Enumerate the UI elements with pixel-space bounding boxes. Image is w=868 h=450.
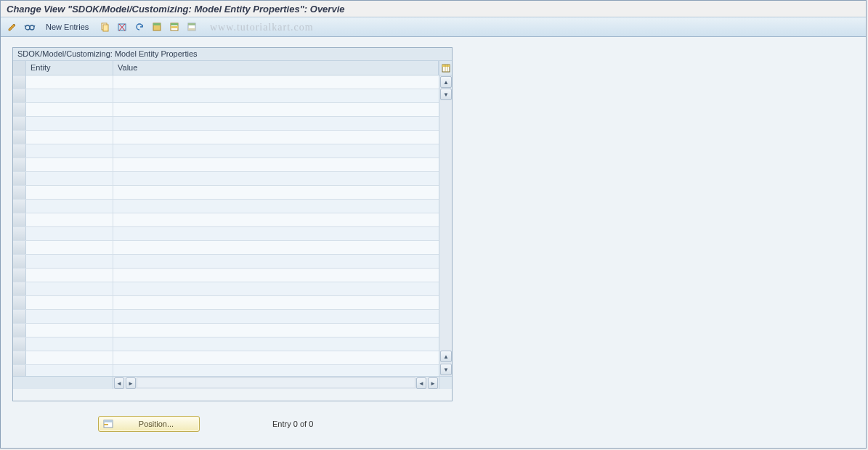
cell-entity[interactable]	[26, 338, 113, 351]
select-all-button[interactable]	[150, 20, 164, 34]
row-selector[interactable]	[13, 324, 26, 337]
scroll-page-up-button[interactable]: ▼	[440, 89, 452, 100]
row-selector[interactable]	[13, 310, 26, 323]
row-selector-header[interactable]	[13, 61, 26, 75]
cell-entity[interactable]	[26, 365, 113, 376]
svg-rect-8	[171, 23, 178, 25]
cell-value[interactable]	[113, 227, 439, 240]
cell-entity[interactable]	[26, 172, 113, 185]
select-block-button[interactable]	[167, 20, 182, 34]
copy-button[interactable]	[97, 20, 112, 34]
cell-value[interactable]	[113, 144, 439, 158]
hscroll-track[interactable]	[137, 377, 415, 388]
cell-entity[interactable]	[26, 103, 113, 116]
row-selector[interactable]	[13, 117, 26, 130]
scroll-page-down-button[interactable]: ▲	[440, 351, 452, 362]
cell-value[interactable]	[113, 200, 439, 213]
cell-entity[interactable]	[26, 117, 113, 130]
row-selector[interactable]	[13, 351, 26, 364]
panel-title: SDOK/Model/Customizing: Model Entity Pro…	[13, 48, 452, 61]
row-selector[interactable]	[13, 255, 26, 268]
table-row	[13, 103, 439, 117]
deselect-all-button[interactable]	[184, 20, 199, 34]
cell-value[interactable]	[113, 324, 439, 337]
other-view-button[interactable]	[5, 20, 20, 34]
cell-value[interactable]	[113, 269, 439, 282]
column-header-entity[interactable]: Entity	[26, 61, 113, 75]
cell-value[interactable]	[113, 296, 439, 309]
cell-value[interactable]	[113, 117, 439, 130]
cell-value[interactable]	[113, 255, 439, 268]
cell-entity[interactable]	[26, 324, 113, 337]
cell-entity[interactable]	[26, 227, 113, 240]
cell-entity[interactable]	[26, 89, 113, 102]
cell-entity[interactable]	[26, 75, 113, 89]
cell-entity[interactable]	[26, 200, 113, 213]
cell-entity[interactable]	[26, 186, 113, 199]
table-settings-button[interactable]	[439, 61, 452, 75]
cell-entity[interactable]	[26, 158, 113, 171]
cell-entity[interactable]	[26, 131, 113, 144]
cell-value[interactable]	[113, 310, 439, 323]
cell-value[interactable]	[113, 338, 439, 351]
cell-entity[interactable]	[26, 255, 113, 268]
vertical-scrollbar[interactable]: ▲ ▼ ▲ ▼	[439, 75, 452, 376]
table-row	[13, 131, 439, 144]
row-selector[interactable]	[13, 172, 26, 185]
row-selector[interactable]	[13, 75, 26, 89]
cell-value[interactable]	[113, 282, 439, 295]
row-selector[interactable]	[13, 200, 26, 213]
cell-entity[interactable]	[26, 310, 113, 323]
cell-entity[interactable]	[26, 351, 113, 364]
cell-entity[interactable]	[26, 269, 113, 282]
row-selector[interactable]	[13, 282, 26, 295]
column-header-value[interactable]: Value	[113, 61, 439, 75]
row-selector[interactable]	[13, 365, 26, 376]
row-selector[interactable]	[13, 227, 26, 240]
row-selector[interactable]	[13, 89, 26, 102]
delete-button[interactable]	[115, 20, 129, 34]
table-panel: SDOK/Model/Customizing: Model Entity Pro…	[12, 47, 453, 401]
scroll-right-button[interactable]: ►	[428, 377, 438, 389]
cell-value[interactable]	[113, 103, 439, 116]
cell-value[interactable]	[113, 131, 439, 144]
row-selector[interactable]	[13, 213, 26, 226]
svg-rect-12	[188, 28, 195, 30]
cell-value[interactable]	[113, 365, 439, 376]
row-selector[interactable]	[13, 269, 26, 282]
table-row	[13, 144, 439, 158]
details-button[interactable]	[23, 20, 37, 34]
cell-value[interactable]	[113, 351, 439, 364]
scroll-down-button[interactable]: ▼	[440, 364, 452, 375]
cell-value[interactable]	[113, 186, 439, 199]
cell-entity[interactable]	[26, 241, 113, 254]
undo-button[interactable]	[132, 20, 147, 34]
row-selector[interactable]	[13, 158, 26, 171]
scroll-first-button[interactable]: ►	[126, 377, 136, 389]
table-settings-icon	[442, 64, 450, 73]
cell-value[interactable]	[113, 75, 439, 89]
cell-value[interactable]	[113, 213, 439, 226]
new-entries-button[interactable]: New Entries	[40, 21, 94, 33]
row-selector[interactable]	[13, 103, 26, 116]
row-selector[interactable]	[13, 131, 26, 144]
cell-entity[interactable]	[26, 213, 113, 226]
scroll-left-button[interactable]: ◄	[114, 377, 124, 389]
cell-value[interactable]	[113, 89, 439, 102]
horizontal-scrollbar[interactable]: ◄ ► ◄ ►	[13, 376, 452, 389]
cell-value[interactable]	[113, 241, 439, 254]
cell-entity[interactable]	[26, 296, 113, 309]
row-selector[interactable]	[13, 186, 26, 199]
cell-value[interactable]	[113, 158, 439, 171]
cell-entity[interactable]	[26, 144, 113, 158]
scroll-up-button[interactable]: ▲	[440, 76, 452, 88]
position-button[interactable]: Position...	[98, 416, 200, 432]
cell-entity[interactable]	[26, 282, 113, 295]
row-selector[interactable]	[13, 241, 26, 254]
scroll-last-button[interactable]: ◄	[416, 377, 426, 389]
cell-value[interactable]	[113, 172, 439, 185]
row-selector[interactable]	[13, 296, 26, 309]
row-selector[interactable]	[13, 338, 26, 351]
row-selector[interactable]	[13, 144, 26, 158]
table-header-row: Entity Value	[13, 61, 452, 75]
